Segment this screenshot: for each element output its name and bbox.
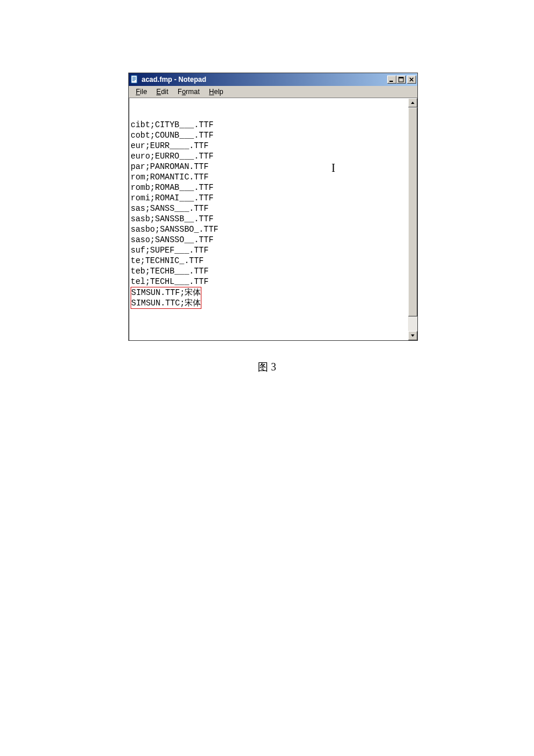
text-line: romb;ROMAB___.TTF bbox=[131, 182, 406, 193]
minimize-button[interactable] bbox=[387, 75, 396, 84]
text-line: cobt;COUNB___.TTF bbox=[131, 130, 406, 141]
menu-format[interactable]: Format bbox=[173, 87, 204, 97]
text-line: saso;SANSSO__.TTF bbox=[131, 235, 406, 245]
highlighted-text: SIMSUN.TTF;宋体SIMSUN.TTC;宋体 bbox=[131, 287, 201, 309]
scroll-thumb[interactable] bbox=[408, 107, 417, 316]
scroll-up-button[interactable] bbox=[408, 98, 417, 107]
scroll-down-button[interactable] bbox=[408, 331, 417, 340]
svg-marker-11 bbox=[411, 334, 414, 337]
figure-caption: 图 3 bbox=[0, 360, 534, 374]
text-line: eur;EURR____.TTF bbox=[131, 141, 406, 151]
menu-help[interactable]: Help bbox=[204, 87, 228, 97]
maximize-button[interactable] bbox=[396, 75, 406, 84]
notepad-icon bbox=[130, 75, 139, 84]
menu-edit[interactable]: Edit bbox=[151, 87, 173, 97]
text-line: romi;ROMAI___.TTF bbox=[131, 193, 406, 203]
svg-marker-10 bbox=[411, 102, 414, 104]
svg-rect-5 bbox=[389, 81, 393, 82]
text-line: teb;TECHB___.TTF bbox=[131, 266, 406, 276]
text-content[interactable]: cibt;CITYB___.TTFcobt;COUNB___.TTFeur;EU… bbox=[129, 98, 407, 340]
text-line: SIMSUN.TTC;宋体 bbox=[131, 298, 201, 308]
window-controls bbox=[387, 75, 416, 84]
text-line: euro;EURRO___.TTF bbox=[131, 151, 406, 161]
text-line: cibt;CITYB___.TTF bbox=[131, 120, 406, 130]
text-line: rom;ROMANTIC.TTF bbox=[131, 172, 406, 182]
scroll-track[interactable] bbox=[408, 107, 417, 331]
close-button[interactable] bbox=[407, 75, 416, 84]
window-title: acad.fmp - Notepad bbox=[142, 75, 387, 84]
editor-area: cibt;CITYB___.TTFcobt;COUNB___.TTFeur;EU… bbox=[129, 98, 417, 340]
svg-rect-7 bbox=[399, 77, 403, 78]
text-line: te;TECHNIC_.TTF bbox=[131, 255, 406, 266]
text-line: SIMSUN.TTF;宋体 bbox=[131, 287, 201, 298]
menu-file[interactable]: File bbox=[131, 87, 151, 97]
notepad-window: acad.fmp - Notepad File Edit Format Help… bbox=[128, 73, 418, 341]
text-line: par;PANROMAN.TTF bbox=[131, 161, 406, 172]
vertical-scrollbar[interactable] bbox=[407, 98, 417, 340]
text-line: sasb;SANSSB__.TTF bbox=[131, 214, 406, 224]
text-line: sas;SANSS___.TTF bbox=[131, 203, 406, 214]
text-line: suf;SUPEF___.TTF bbox=[131, 245, 406, 255]
menubar: File Edit Format Help bbox=[129, 86, 417, 98]
text-line: sasbo;SANSSBO_.TTF bbox=[131, 224, 406, 235]
titlebar[interactable]: acad.fmp - Notepad bbox=[129, 73, 417, 86]
text-line: tel;TECHL___.TTF bbox=[131, 276, 406, 287]
